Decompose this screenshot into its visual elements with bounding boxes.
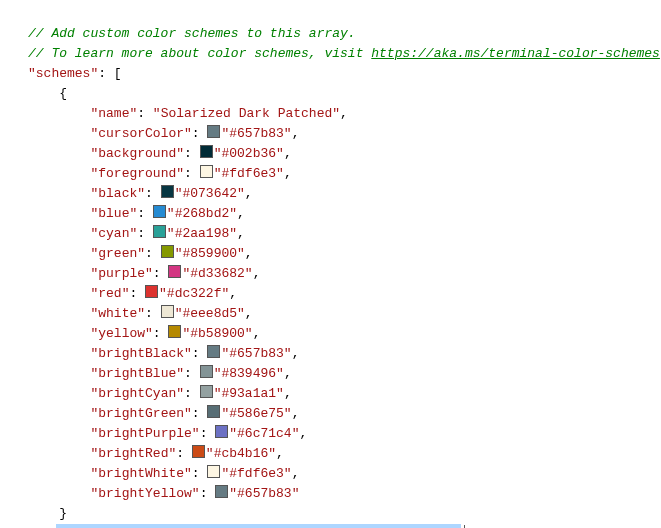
- json-string-value: "#93a1a1": [214, 386, 284, 401]
- json-string-value: "#073642": [175, 186, 245, 201]
- json-comma: ,: [237, 226, 245, 241]
- json-key: "cyan": [90, 226, 137, 241]
- json-key: "brightBlue": [90, 366, 184, 381]
- json-colon: :: [145, 306, 161, 321]
- color-swatch-icon: [200, 365, 213, 378]
- color-swatch-icon: [215, 485, 228, 498]
- json-colon: :: [176, 446, 192, 461]
- json-comma: ,: [292, 466, 300, 481]
- json-string-value: "#268bd2": [167, 206, 237, 221]
- json-string-value: "#dc322f": [159, 286, 229, 301]
- color-swatch-icon: [153, 205, 166, 218]
- json-colon: :: [137, 106, 153, 121]
- comment-line-2: // To learn more about color schemes, vi…: [28, 46, 660, 61]
- color-swatch-icon: [161, 185, 174, 198]
- comment-link[interactable]: https://aka.ms/terminal-color-schemes: [371, 46, 660, 61]
- json-key: "red": [90, 286, 129, 301]
- json-comma: ,: [284, 366, 292, 381]
- json-comma: ,: [237, 206, 245, 221]
- json-key: "cursorColor": [90, 126, 191, 141]
- json-string-value: "#fdf6e3": [214, 166, 284, 181]
- json-string-value: "#002b36": [214, 146, 284, 161]
- json-colon: :: [192, 346, 208, 361]
- json-key: "white": [90, 306, 145, 321]
- json-colon: :: [184, 386, 200, 401]
- color-swatch-icon: [161, 305, 174, 318]
- json-colon: :: [153, 266, 169, 281]
- json-comma: ,: [284, 166, 292, 181]
- json-string-value: "#657b83": [221, 126, 291, 141]
- json-colon: :: [153, 326, 169, 341]
- color-swatch-icon: [207, 405, 220, 418]
- json-comma: ,: [245, 306, 253, 321]
- text-selection-highlight: [56, 524, 461, 528]
- json-colon: :: [192, 466, 208, 481]
- json-comma: ,: [340, 106, 348, 121]
- json-comma: ,: [229, 286, 237, 301]
- json-key: "brightCyan": [90, 386, 184, 401]
- json-comma: ,: [253, 266, 261, 281]
- json-key: "purple": [90, 266, 152, 281]
- color-swatch-icon: [168, 325, 181, 338]
- json-comma: ,: [292, 346, 300, 361]
- json-open-brace: {: [59, 86, 67, 101]
- json-string-value: "#859900": [175, 246, 245, 261]
- json-colon: :: [200, 486, 216, 501]
- json-colon: :: [192, 406, 208, 421]
- json-string-value: "#6c71c4": [229, 426, 299, 441]
- color-swatch-icon: [200, 385, 213, 398]
- json-key: "brightBlack": [90, 346, 191, 361]
- json-comma: ,: [292, 406, 300, 421]
- json-key: "background": [90, 146, 184, 161]
- color-swatch-icon: [200, 145, 213, 158]
- json-key: "blue": [90, 206, 137, 221]
- json-colon: :: [192, 126, 208, 141]
- json-string-value: "#657b83": [221, 346, 291, 361]
- json-colon: :: [184, 366, 200, 381]
- json-key: "foreground": [90, 166, 184, 181]
- color-swatch-icon: [192, 445, 205, 458]
- json-comma: ,: [245, 186, 253, 201]
- color-swatch-icon: [153, 225, 166, 238]
- json-comma: ,: [253, 326, 261, 341]
- json-key: "brightWhite": [90, 466, 191, 481]
- json-comma: ,: [245, 246, 253, 261]
- json-string-value: "#fdf6e3": [221, 466, 291, 481]
- json-comma: ,: [284, 146, 292, 161]
- color-swatch-icon: [207, 345, 220, 358]
- json-key: "brightPurple": [90, 426, 199, 441]
- json-key: "yellow": [90, 326, 152, 341]
- json-key-schemes: "schemes": [28, 66, 98, 81]
- json-key: "brightYellow": [90, 486, 199, 501]
- json-key: "name": [90, 106, 137, 121]
- json-key: "green": [90, 246, 145, 261]
- json-close-brace: }: [59, 506, 67, 521]
- comment-line-1: // Add custom color schemes to this arra…: [28, 26, 356, 41]
- json-comma: ,: [299, 426, 307, 441]
- json-colon: :: [129, 286, 145, 301]
- json-string-value: "#586e75": [221, 406, 291, 421]
- json-comma: ,: [292, 126, 300, 141]
- color-swatch-icon: [168, 265, 181, 278]
- json-string-value: "#2aa198": [167, 226, 237, 241]
- color-swatch-icon: [145, 285, 158, 298]
- json-colon: :: [184, 166, 200, 181]
- json-string-value: "#cb4b16": [206, 446, 276, 461]
- json-comma: ,: [284, 386, 292, 401]
- json-string-value: "#b58900": [182, 326, 252, 341]
- color-swatch-icon: [207, 125, 220, 138]
- json-key: "brightGreen": [90, 406, 191, 421]
- json-string-value: "Solarized Dark Patched": [153, 106, 340, 121]
- json-punct: : [: [98, 66, 121, 81]
- json-string-value: "#657b83": [229, 486, 299, 501]
- json-colon: :: [137, 226, 153, 241]
- color-swatch-icon: [161, 245, 174, 258]
- code-editor-content[interactable]: // Add custom color schemes to this arra…: [0, 4, 661, 528]
- json-string-value: "#839496": [214, 366, 284, 381]
- json-colon: :: [200, 426, 216, 441]
- color-swatch-icon: [207, 465, 220, 478]
- color-swatch-icon: [215, 425, 228, 438]
- json-string-value: "#d33682": [182, 266, 252, 281]
- json-colon: :: [184, 146, 200, 161]
- json-key: "brightRed": [90, 446, 176, 461]
